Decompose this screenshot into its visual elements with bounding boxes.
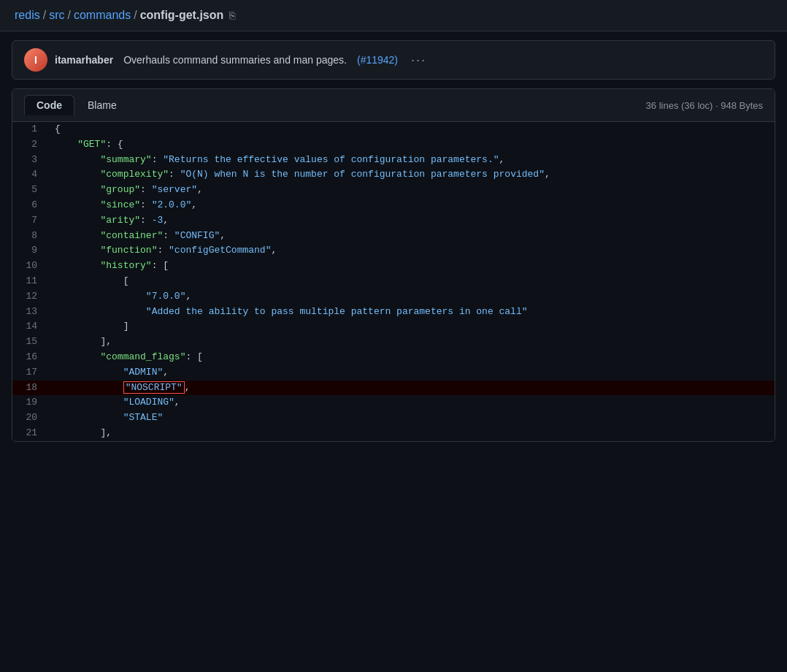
commit-message: Overhauls command summaries and man page… [123, 54, 347, 66]
table-row: 16 "command_flags": [ [12, 350, 775, 365]
line-code: ], [49, 426, 775, 441]
line-number: 7 [12, 213, 49, 229]
code-table: 1{2 "GET": {3 "summary": "Returns the ef… [12, 122, 775, 441]
line-code: "function": "configGetCommand", [49, 243, 775, 259]
table-row: 7 "arity": -3, [12, 213, 775, 229]
line-code: [ [49, 274, 775, 289]
code-area: 1{2 "GET": {3 "summary": "Returns the ef… [12, 122, 775, 441]
copy-icon[interactable]: ⎘ [229, 9, 235, 21]
line-number: 20 [12, 411, 49, 426]
line-code: "group": "server", [49, 183, 775, 198]
file-meta: 36 lines (36 loc) · 948 Bytes [646, 100, 763, 111]
line-number: 4 [12, 167, 49, 183]
line-number: 2 [12, 137, 49, 153]
table-row: 14 ] [12, 319, 775, 335]
line-code: "STALE" [49, 411, 775, 426]
line-code: "GET": { [49, 137, 775, 153]
commit-pr[interactable]: (#11942) [357, 54, 398, 66]
table-row: 20 "STALE" [12, 411, 775, 426]
line-code: "history": [ [49, 259, 775, 274]
line-number: 14 [12, 319, 49, 335]
line-code: { [49, 122, 775, 137]
table-row: 3 "summary": "Returns the effective valu… [12, 153, 775, 168]
line-code: "ADMIN", [49, 365, 775, 381]
commit-more-icon[interactable]: ··· [411, 53, 426, 68]
line-code: "Added the ability to pass multiple patt… [49, 305, 775, 320]
line-number: 10 [12, 259, 49, 274]
tab-code[interactable]: Code [24, 95, 74, 115]
table-row: 6 "since": "2.0.0", [12, 198, 775, 213]
avatar: I [24, 48, 47, 72]
line-number: 12 [12, 289, 49, 305]
line-code: "LOADING", [49, 395, 775, 411]
line-number: 16 [12, 350, 49, 365]
breadcrumb: redis / src / commands / config-get.json… [0, 0, 787, 31]
table-row: 8 "container": "CONFIG", [12, 229, 775, 244]
sep2: / [67, 9, 70, 22]
line-code: ], [49, 335, 775, 350]
line-number: 18 [12, 381, 49, 396]
tab-blame[interactable]: Blame [76, 96, 128, 115]
table-row: 21 ], [12, 426, 775, 441]
table-row: 11 [ [12, 274, 775, 289]
line-code: "arity": -3, [49, 213, 775, 229]
line-code: ] [49, 319, 775, 335]
commit-bar: I itamarhaber Overhauls command summarie… [12, 40, 775, 80]
table-row: 4 "complexity": "O(N) when N is the numb… [12, 167, 775, 183]
line-code: "summary": "Returns the effective values… [49, 153, 775, 168]
breadcrumb-filename: config-get.json [140, 9, 224, 22]
line-number: 3 [12, 153, 49, 168]
line-code: "container": "CONFIG", [49, 229, 775, 244]
line-code: "complexity": "O(N) when N is the number… [49, 167, 775, 183]
line-number: 11 [12, 274, 49, 289]
file-viewer: Code Blame 36 lines (36 loc) · 948 Bytes… [12, 88, 775, 442]
line-number: 17 [12, 365, 49, 381]
table-row: 18 "NOSCRIPT", [12, 381, 775, 396]
breadcrumb-repo[interactable]: redis [15, 9, 40, 22]
sep1: / [43, 9, 46, 22]
table-row: 9 "function": "configGetCommand", [12, 243, 775, 259]
sep3: / [134, 9, 137, 22]
table-row: 17 "ADMIN", [12, 365, 775, 381]
line-code: "NOSCRIPT", [49, 381, 775, 396]
line-number: 1 [12, 122, 49, 137]
line-number: 13 [12, 305, 49, 320]
breadcrumb-src[interactable]: src [49, 9, 64, 22]
table-row: 15 ], [12, 335, 775, 350]
line-number: 15 [12, 335, 49, 350]
line-number: 21 [12, 426, 49, 441]
table-row: 1{ [12, 122, 775, 137]
breadcrumb-commands[interactable]: commands [74, 9, 131, 22]
table-row: 2 "GET": { [12, 137, 775, 153]
line-number: 6 [12, 198, 49, 213]
line-number: 9 [12, 243, 49, 259]
line-code: "7.0.0", [49, 289, 775, 305]
line-code: "since": "2.0.0", [49, 198, 775, 213]
table-row: 5 "group": "server", [12, 183, 775, 198]
table-row: 10 "history": [ [12, 259, 775, 274]
table-row: 13 "Added the ability to pass multiple p… [12, 305, 775, 320]
commit-author[interactable]: itamarhaber [55, 54, 113, 66]
line-number: 19 [12, 395, 49, 411]
file-header: Code Blame 36 lines (36 loc) · 948 Bytes [12, 89, 775, 122]
line-number: 8 [12, 229, 49, 244]
table-row: 12 "7.0.0", [12, 289, 775, 305]
table-row: 19 "LOADING", [12, 395, 775, 411]
line-number: 5 [12, 183, 49, 198]
line-code: "command_flags": [ [49, 350, 775, 365]
